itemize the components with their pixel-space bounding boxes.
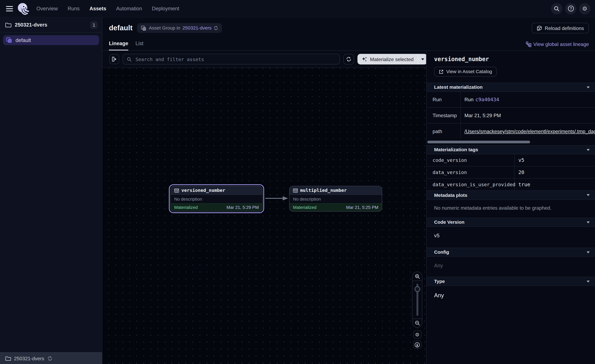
view-in-asset-catalog-label: View in Asset Catalog bbox=[446, 69, 492, 74]
nav-item-automation[interactable]: Automation bbox=[116, 6, 142, 11]
sidebar-footer[interactable]: 250321-dvers bbox=[0, 352, 102, 364]
chevron-down-icon bbox=[587, 280, 590, 282]
svg-text:?: ? bbox=[570, 7, 572, 11]
table-row: path /Users/smackesey/stm/code/elementl/… bbox=[426, 124, 595, 139]
sidebar-group-row[interactable]: 250321-dvers 1 bbox=[0, 17, 102, 33]
download-graph-button[interactable] bbox=[413, 341, 421, 349]
refresh-graph-button[interactable] bbox=[343, 54, 354, 64]
sidebar-group-label: 250321-dvers bbox=[15, 22, 47, 28]
path-link[interactable]: /Users/smackesey/stm/code/elementl/exper… bbox=[464, 129, 595, 134]
zoom-out-button[interactable] bbox=[412, 319, 422, 327]
view-in-asset-catalog-button[interactable]: View in Asset Catalog bbox=[434, 67, 497, 77]
asset-group-badge[interactable]: Asset Group in 250321-dvers bbox=[137, 23, 222, 33]
section-title: Metadata plots bbox=[434, 192, 467, 198]
zoom-slider[interactable] bbox=[412, 281, 422, 319]
help-button[interactable]: ? bbox=[565, 3, 576, 14]
gear-icon: ⚙ bbox=[582, 6, 587, 11]
hamburger-menu-icon[interactable] bbox=[5, 4, 14, 14]
asset-node-status: Materialized bbox=[174, 205, 198, 210]
row-value: Mar 21, 5:29 PM bbox=[461, 108, 595, 123]
row-key: data_version_is_user_provided bbox=[426, 179, 515, 190]
view-global-asset-lineage-link[interactable]: View global asset lineage bbox=[526, 42, 589, 50]
top-nav-actions: ? ⚙ bbox=[551, 3, 590, 14]
dagster-logo[interactable] bbox=[17, 2, 30, 15]
asset-node-versioned-number[interactable]: versioned_number No description Material… bbox=[169, 184, 264, 213]
nav-item-runs[interactable]: Runs bbox=[68, 6, 80, 11]
table-row: data_version_is_user_provided true bbox=[426, 179, 595, 191]
asset-node-status: Materialized bbox=[293, 205, 316, 210]
help-icon: ? bbox=[567, 5, 574, 12]
sparkles-icon bbox=[361, 56, 367, 62]
zoom-slider-thumb[interactable] bbox=[414, 286, 420, 292]
table-row: data_version 20 bbox=[426, 167, 595, 179]
section-latest-materialization[interactable]: Latest materialization bbox=[426, 83, 595, 92]
row-value: Runc9a40434 bbox=[461, 92, 595, 107]
sync-icon bbox=[47, 356, 52, 361]
dagster-app: Overview Runs Assets Automation Deployme… bbox=[0, 0, 595, 364]
materialize-selected-split-button: Materialize selected bbox=[358, 54, 427, 64]
lineage-graph-section: Materialize selected bbox=[102, 51, 426, 364]
latest-materialization-table: Run Runc9a40434 Timestamp Mar 21, 5:29 P… bbox=[426, 92, 595, 139]
nav-item-assets[interactable]: Assets bbox=[89, 6, 106, 11]
asset-node-name: versioned_number bbox=[181, 188, 225, 193]
table-icon bbox=[293, 188, 298, 193]
asset-node-multiplied-number[interactable]: multiplied_number No description Materia… bbox=[288, 184, 384, 213]
row-key: Timestamp bbox=[426, 108, 460, 123]
chevron-down-icon bbox=[587, 221, 590, 223]
graph-toolbar: Materialize selected bbox=[102, 51, 426, 68]
section-materialization-tags[interactable]: Materialization tags bbox=[426, 145, 595, 154]
section-metadata-plots[interactable]: Metadata plots bbox=[426, 191, 595, 200]
metadata-plots-empty-message: No numeric metadata entries available to… bbox=[426, 200, 595, 218]
external-link-icon bbox=[439, 69, 444, 74]
settings-button[interactable]: ⚙ bbox=[579, 3, 590, 14]
chevron-down-icon bbox=[587, 251, 590, 253]
tab-list[interactable]: List bbox=[135, 41, 143, 50]
row-key: path bbox=[426, 124, 460, 139]
sidebar-item-default[interactable]: default bbox=[3, 35, 99, 45]
lineage-canvas[interactable]: versioned_number No description Material… bbox=[102, 68, 426, 364]
expand-sidebar-button[interactable] bbox=[109, 54, 119, 64]
zoom-in-button[interactable] bbox=[412, 272, 422, 281]
table-icon bbox=[174, 188, 179, 193]
asset-node-timestamp: Mar 21, 5:25 PM bbox=[346, 205, 378, 210]
search-input[interactable] bbox=[135, 56, 336, 62]
panel-expand-icon bbox=[112, 56, 117, 62]
graph-settings-button[interactable]: ⚙ bbox=[413, 330, 421, 339]
materialize-selected-button[interactable]: Materialize selected bbox=[358, 54, 418, 64]
row-value: v5 bbox=[515, 154, 595, 166]
search-button[interactable] bbox=[551, 3, 562, 14]
gear-icon: ⚙ bbox=[415, 332, 419, 337]
view-global-asset-lineage-label: View global asset lineage bbox=[533, 42, 589, 47]
table-row: Timestamp Mar 21, 5:29 PM bbox=[426, 108, 595, 124]
materialize-selected-label: Materialize selected bbox=[370, 56, 414, 62]
section-title: Config bbox=[434, 250, 449, 255]
zoom-in-icon bbox=[415, 273, 420, 279]
section-code-version[interactable]: Code Version bbox=[426, 218, 595, 227]
section-config[interactable]: Config bbox=[426, 248, 595, 257]
materialize-options-button[interactable] bbox=[418, 54, 427, 64]
scrollbar-thumb[interactable] bbox=[427, 141, 530, 143]
section-type[interactable]: Type bbox=[426, 277, 595, 286]
asset-search-box[interactable] bbox=[123, 54, 340, 64]
graph-zoom-controls: ⚙ bbox=[412, 272, 422, 349]
page-title: default bbox=[109, 24, 133, 32]
reload-definitions-button[interactable]: Reload definitions bbox=[531, 23, 589, 34]
run-id-link[interactable]: c9a40434 bbox=[475, 97, 499, 102]
nav-item-deployment[interactable]: Deployment bbox=[152, 6, 179, 11]
table-row: code_version v5 bbox=[426, 154, 595, 167]
tab-lineage[interactable]: Lineage bbox=[109, 41, 128, 50]
reload-definitions-label: Reload definitions bbox=[545, 25, 584, 31]
search-icon bbox=[127, 57, 132, 62]
row-value: true bbox=[515, 179, 595, 190]
chevron-down-icon bbox=[587, 149, 590, 151]
sync-icon[interactable] bbox=[214, 26, 218, 30]
row-key: code_version bbox=[426, 154, 515, 166]
nav-item-overview[interactable]: Overview bbox=[36, 6, 58, 11]
badge-group-link[interactable]: 250321-dvers bbox=[183, 25, 212, 31]
download-icon bbox=[414, 342, 420, 347]
lineage-graph-icon bbox=[526, 42, 531, 47]
horizontal-scrollbar[interactable] bbox=[427, 141, 594, 143]
panel-asset-title: versioned_number bbox=[434, 56, 588, 63]
row-value: 20 bbox=[515, 167, 595, 178]
asset-detail-panel: versioned_number View in Asset Catalog L… bbox=[426, 51, 595, 364]
